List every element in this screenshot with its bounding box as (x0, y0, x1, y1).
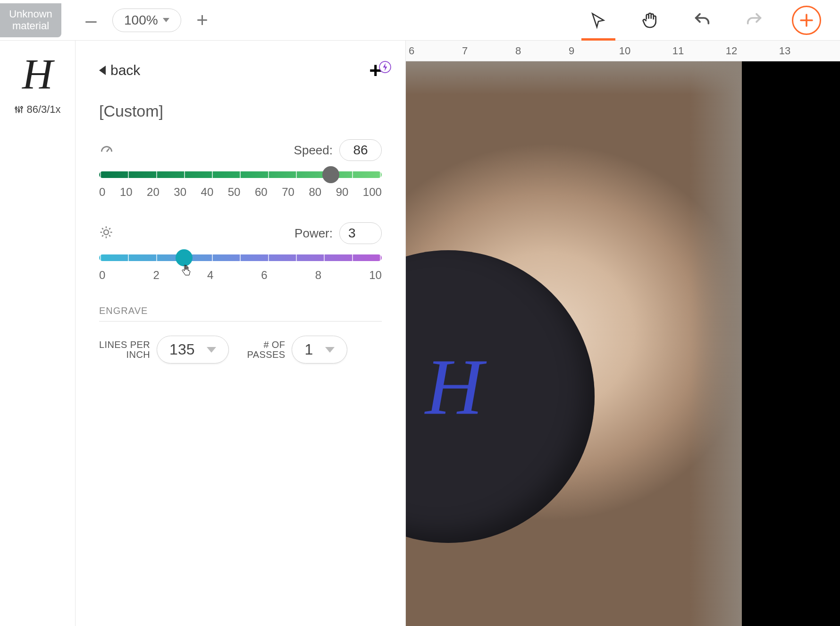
lpi-group: LINES PER INCH 135 (99, 336, 229, 364)
zoom-controls: – 100% + (80, 8, 213, 32)
zoom-level-select[interactable]: 100% (112, 8, 181, 32)
zoom-out-button[interactable]: – (80, 9, 102, 32)
add-preset-button[interactable]: + (369, 58, 382, 83)
lpi-label: LINES PER INCH (99, 340, 150, 360)
chevron-down-icon (325, 347, 335, 353)
power-thumb[interactable] (176, 249, 193, 266)
material-selector[interactable]: Unknown material (0, 3, 61, 37)
zoom-value: 100% (124, 13, 158, 28)
layer-sidebar: H 86/3/1x (0, 41, 76, 626)
bolt-icon (379, 53, 391, 65)
speed-block: Speed: 0102030405060708090100 (99, 139, 382, 199)
back-label: back (110, 62, 140, 78)
undo-button[interactable] (688, 4, 716, 37)
speed-tick-labels: 0102030405060708090100 (99, 186, 382, 199)
divider (99, 321, 382, 321)
speed-label: Speed: (294, 143, 333, 158)
speed-thumb[interactable] (322, 166, 339, 183)
power-tick-labels: 0246810 (99, 269, 382, 282)
layer-thumbnail[interactable]: H (22, 50, 53, 99)
svg-point-1 (18, 110, 20, 112)
power-input[interactable] (339, 222, 382, 244)
passes-label: # OF PASSES (247, 340, 285, 360)
engrave-options: LINES PER INCH 135 # OF PASSES 1 (99, 336, 382, 364)
chevron-down-icon (163, 18, 169, 22)
svg-point-4 (104, 230, 109, 235)
cursor-icon (180, 264, 192, 278)
power-block: Power: 0246810 (99, 222, 382, 282)
bed-edge-right (690, 61, 742, 626)
canvas-area: 678910111213 H (406, 41, 840, 626)
speed-input[interactable] (339, 139, 382, 161)
pan-tool[interactable] (636, 4, 664, 37)
tool-group (584, 4, 840, 37)
sun-icon (99, 225, 113, 241)
chevron-left-icon (99, 66, 106, 75)
add-button[interactable] (792, 6, 821, 35)
passes-value: 1 (304, 341, 313, 358)
select-tool[interactable] (584, 4, 613, 37)
power-ticks (99, 254, 382, 261)
sliders-icon (14, 105, 24, 114)
camera-preview[interactable]: H (406, 61, 742, 626)
settings-panel: back + [Custom] Speed: 010203040506 (76, 41, 406, 626)
zoom-in-button[interactable]: + (192, 9, 213, 32)
layer-meta-text: 86/3/1x (26, 103, 60, 116)
top-toolbar: Unknown material – 100% + (0, 0, 840, 41)
power-label: Power: (294, 226, 333, 241)
horizontal-ruler: 678910111213 (406, 41, 840, 61)
svg-point-2 (21, 107, 23, 109)
lpi-value: 135 (169, 341, 194, 358)
speed-slider[interactable] (99, 171, 382, 178)
svg-point-0 (16, 108, 17, 110)
passes-select[interactable]: 1 (292, 336, 347, 364)
redo-button[interactable] (740, 4, 768, 37)
chevron-down-icon (207, 347, 216, 353)
design-letter[interactable]: H (425, 340, 483, 432)
layer-settings-summary[interactable]: 86/3/1x (14, 103, 60, 116)
power-slider[interactable] (99, 254, 382, 261)
gauge-icon (99, 142, 114, 159)
passes-group: # OF PASSES 1 (247, 336, 347, 364)
engrave-section-label: ENGRAVE (99, 305, 382, 316)
lpi-select[interactable]: 135 (157, 336, 229, 364)
workpiece-coaster: H (406, 250, 595, 543)
back-button[interactable]: back (99, 62, 140, 78)
preset-name: [Custom] (99, 102, 382, 120)
